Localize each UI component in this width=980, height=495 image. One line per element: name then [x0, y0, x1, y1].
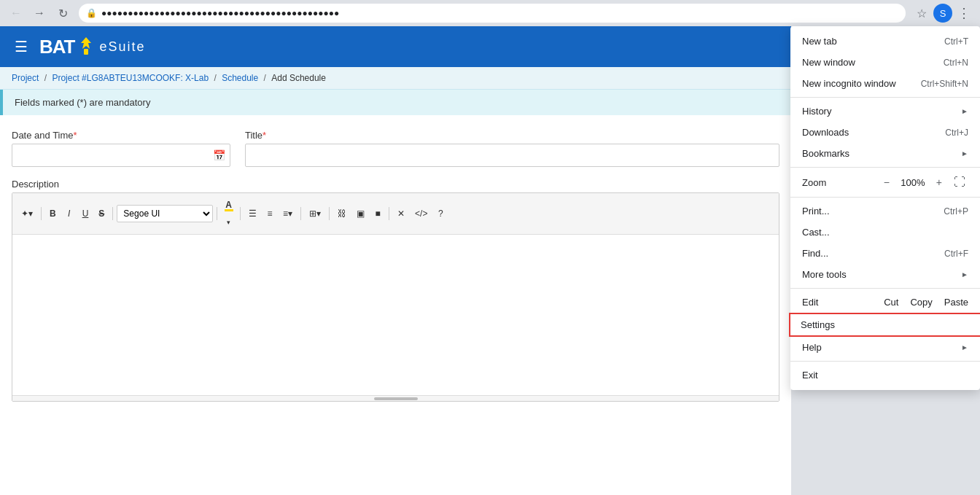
- divider-2: [790, 167, 980, 168]
- browser-window: ← → ↻ 🔒 ●●●●●●●●●●●●●●●●●●●●●●●●●●●●●●●●…: [0, 0, 980, 495]
- breadcrumb-schedule-link[interactable]: Schedule: [222, 73, 258, 83]
- breadcrumb-sep-3: /: [264, 73, 269, 83]
- menu-cast-label: Cast...: [802, 227, 830, 238]
- app-header: ☰ BAT eSuite: [0, 26, 791, 67]
- menu-zoom-label: Zoom: [802, 177, 826, 188]
- menu-bookmarks[interactable]: Bookmarks ►: [790, 143, 980, 164]
- menu-cast[interactable]: Cast...: [790, 222, 980, 243]
- fullscreen-button[interactable]: ⛶: [951, 176, 968, 189]
- menu-edit-row: Edit Cut Copy Paste: [790, 292, 980, 313]
- unordered-list-button[interactable]: ☰: [244, 205, 261, 222]
- menu-help[interactable]: Help ►: [790, 337, 980, 358]
- sep-7: [389, 207, 389, 220]
- menu-edit-label: Edit: [802, 297, 884, 308]
- magic-tool-button[interactable]: ✦▾: [17, 205, 37, 222]
- table-button[interactable]: ⊞▾: [305, 205, 325, 222]
- menu-help-label: Help: [802, 342, 822, 353]
- breadcrumb-project-id-link[interactable]: Project #LG8ABTEU13MCOOKF: X-Lab: [52, 73, 209, 83]
- form-main-row: Date and Time* 📅 Title*: [12, 130, 779, 167]
- form-area: Date and Time* 📅 Title* Description: [0, 115, 791, 416]
- menu-more-tools[interactable]: More tools ►: [790, 264, 980, 285]
- title-group: Title*: [245, 130, 779, 167]
- menu-print-label: Print...: [802, 206, 830, 217]
- sep-6: [329, 207, 330, 220]
- title-label: Title*: [245, 130, 779, 141]
- breadcrumb: Project / Project #LG8ABTEU13MCOOKF: X-L…: [0, 67, 791, 90]
- menu-exit-label: Exit: [802, 370, 818, 381]
- browser-actions: ☆ S ⋮: [911, 3, 974, 23]
- menu-history[interactable]: History ►: [790, 101, 980, 122]
- datetime-input-wrapper[interactable]: 📅: [12, 144, 230, 167]
- logo-bat-text: BAT: [39, 36, 75, 58]
- scrollbar-thumb: [374, 397, 418, 400]
- edit-actions: Cut Copy Paste: [884, 297, 968, 308]
- editor-body[interactable]: [12, 235, 779, 395]
- svg-marker-0: [81, 37, 91, 49]
- datetime-group: Date and Time* 📅: [12, 130, 230, 167]
- menu-bookmarks-label: Bookmarks: [802, 148, 849, 159]
- menu-more-tools-label: More tools: [802, 269, 847, 280]
- logo-wrapper: BAT eSuite: [39, 36, 146, 58]
- editor-container: ✦▾ B I U S Segoe UI: [12, 192, 779, 402]
- menu-settings[interactable]: Settings: [789, 313, 980, 337]
- menu-find-shortcut: Ctrl+F: [944, 249, 968, 259]
- paste-button[interactable]: Paste: [944, 297, 968, 308]
- sep-1: [41, 207, 42, 220]
- datetime-input[interactable]: [12, 144, 208, 166]
- datetime-label: Date and Time*: [12, 130, 230, 141]
- breadcrumb-project-link[interactable]: Project: [12, 73, 39, 83]
- menu-settings-label: Settings: [801, 319, 835, 330]
- menu-new-tab[interactable]: New tab Ctrl+T: [790, 31, 980, 52]
- logo-torch-icon: [75, 36, 97, 58]
- logo-esuite-text: eSuite: [100, 39, 146, 55]
- zoom-out-button[interactable]: −: [881, 176, 892, 188]
- reload-button[interactable]: ↻: [52, 3, 73, 23]
- font-color-button: A ▾: [221, 196, 236, 231]
- strikethrough-button[interactable]: S: [94, 205, 109, 222]
- source-code-button[interactable]: </>: [411, 205, 432, 222]
- menu-help-arrow: ►: [961, 343, 968, 351]
- block-button[interactable]: ■: [370, 205, 385, 222]
- menu-exit[interactable]: Exit: [790, 365, 980, 386]
- menu-downloads-shortcut: Ctrl+J: [945, 128, 968, 138]
- menu-button[interactable]: ⋮: [954, 3, 974, 23]
- bookmark-star-button[interactable]: ☆: [911, 3, 932, 23]
- menu-find[interactable]: Find... Ctrl+F: [790, 243, 980, 264]
- help-button[interactable]: ?: [433, 205, 448, 222]
- menu-new-incognito[interactable]: New incognito window Ctrl+Shift+N: [790, 73, 980, 94]
- remove-format-button[interactable]: ✕: [393, 205, 409, 222]
- menu-downloads[interactable]: Downloads Ctrl+J: [790, 122, 980, 143]
- cut-button[interactable]: Cut: [884, 297, 898, 308]
- forward-button[interactable]: →: [29, 3, 50, 23]
- underline-button[interactable]: U: [78, 205, 93, 222]
- zoom-in-button[interactable]: +: [933, 176, 945, 188]
- sep-2: [112, 207, 113, 220]
- align-button[interactable]: ≡▾: [279, 205, 297, 222]
- breadcrumb-current: Add Schedule: [271, 73, 326, 83]
- menu-print[interactable]: Print... Ctrl+P: [790, 200, 980, 222]
- profile-button[interactable]: S: [933, 4, 952, 23]
- menu-zoom: Zoom − 100% + ⛶: [790, 171, 980, 194]
- link-button[interactable]: ⛓: [333, 205, 351, 222]
- menu-history-label: History: [802, 106, 831, 117]
- hamburger-button[interactable]: ☰: [12, 35, 31, 58]
- font-family-select[interactable]: Segoe UI Arial Times New Roman: [117, 205, 213, 222]
- font-color-arrow[interactable]: ▾: [222, 214, 236, 231]
- sep-3: [217, 207, 217, 220]
- calendar-button[interactable]: 📅: [208, 144, 230, 166]
- menu-new-window[interactable]: New window Ctrl+N: [790, 52, 980, 73]
- svg-rect-1: [84, 49, 88, 55]
- menu-new-tab-label: New tab: [802, 36, 837, 47]
- font-color-picker[interactable]: A: [221, 196, 236, 214]
- title-input[interactable]: [245, 144, 779, 167]
- bold-button[interactable]: B: [45, 205, 61, 222]
- copy-button[interactable]: Copy: [910, 297, 932, 308]
- zoom-value: 100%: [898, 177, 928, 188]
- divider-5: [790, 361, 980, 362]
- italic-button[interactable]: I: [62, 205, 77, 222]
- ordered-list-button[interactable]: ≡: [262, 205, 277, 222]
- back-button[interactable]: ←: [6, 3, 26, 23]
- description-label: Description: [12, 179, 779, 190]
- address-bar[interactable]: 🔒 ●●●●●●●●●●●●●●●●●●●●●●●●●●●●●●●●●●●●●●…: [79, 4, 906, 23]
- image-button[interactable]: ▣: [352, 205, 369, 222]
